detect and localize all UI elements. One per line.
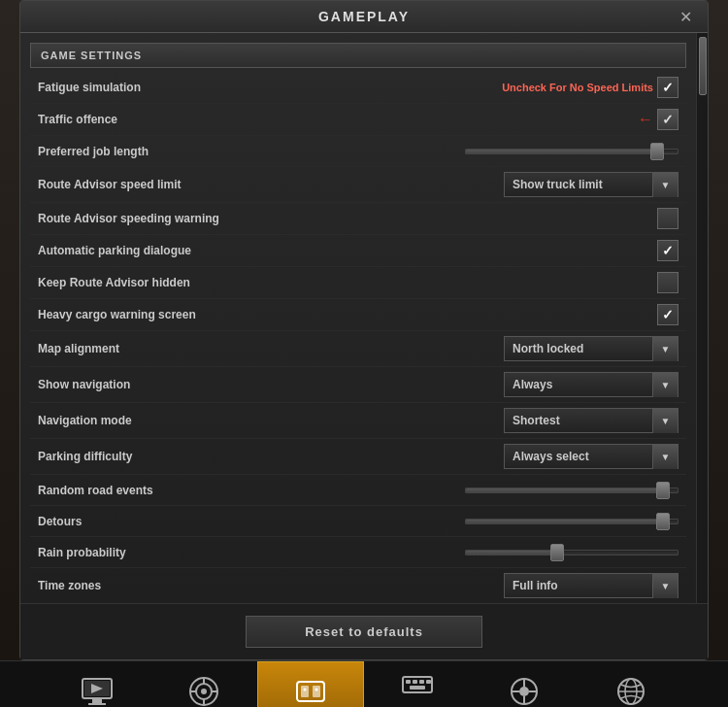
dropdown-parking-difficulty[interactable]: Always select ▼ [504, 444, 678, 469]
label-navigation-mode: Navigation mode [38, 414, 446, 427]
modal-footer: Reset to defaults [20, 603, 708, 659]
label-fatigue-simulation: Fatigue simulation [38, 81, 446, 94]
row-map-alignment: Map alignment North locked ▼ [30, 331, 686, 367]
row-time-zones: Time zones Full info ▼ [30, 568, 686, 603]
dropdown-arrow-icon-3: ▼ [652, 372, 678, 397]
bottom-navigation: Graphics Audio [0, 660, 728, 707]
control-traffic-offence: ← [446, 109, 678, 130]
control-detours [446, 512, 678, 531]
control-rain-probability [446, 543, 678, 562]
svg-point-24 [519, 687, 529, 696]
checkbox-heavy-cargo-warning-screen[interactable] [657, 304, 678, 325]
gameplay-modal: GAMEPLAY ✕ GAME SETTINGS Fatigue simulat… [19, 0, 709, 660]
nav-item-controls[interactable]: Controls [471, 661, 578, 708]
control-route-advisor-speeding-warning [446, 208, 678, 229]
svg-point-7 [201, 689, 207, 694]
control-navigation-mode: Shortest ▼ [446, 408, 678, 433]
dropdown-arrow-icon: ▼ [652, 172, 678, 197]
slider-rain-probability[interactable] [465, 543, 678, 562]
nav-icon-audio [185, 673, 222, 707]
row-show-navigation: Show navigation Always ▼ [30, 367, 686, 403]
close-button[interactable]: ✕ [674, 6, 698, 28]
control-parking-difficulty: Always select ▼ [446, 444, 678, 469]
label-heavy-cargo-warning-screen: Heavy cargo warning screen [38, 308, 446, 321]
nav-item-audio[interactable]: Audio [150, 661, 257, 708]
label-detours: Detours [38, 515, 446, 528]
label-keep-route-advisor-hidden: Keep Route Advisor hidden [38, 276, 446, 289]
control-keep-route-advisor-hidden [446, 272, 678, 293]
label-automatic-parking-dialogue: Automatic parking dialogue [38, 244, 446, 257]
checkbox-fatigue-simulation[interactable] [657, 77, 678, 98]
nav-icon-online [612, 673, 649, 707]
nav-item-keys-buttons[interactable]: Keys &Buttons [364, 661, 471, 708]
slider-detours[interactable] [465, 512, 678, 531]
label-rain-probability: Rain probability [38, 546, 446, 559]
row-preferred-job-length: Preferred job length [30, 136, 686, 167]
audio-icon [186, 674, 221, 707]
gameplay-icon [293, 674, 328, 707]
modal-title: GAMEPLAY [318, 9, 410, 24]
slider-fill-4 [466, 551, 561, 555]
row-heavy-cargo-warning-screen: Heavy cargo warning screen [30, 299, 686, 331]
slider-fill-2 [466, 488, 667, 492]
section-header: GAME SETTINGS [30, 43, 686, 68]
nav-item-gameplay[interactable]: Gameplay [257, 661, 364, 708]
checkbox-traffic-offence[interactable] [657, 109, 678, 130]
checkbox-keep-route-advisor-hidden[interactable] [657, 272, 678, 293]
dropdown-label-time-zones: Full info [505, 579, 652, 592]
svg-point-15 [304, 688, 307, 690]
slider-track-2 [465, 488, 678, 493]
svg-rect-19 [413, 680, 417, 684]
checkbox-automatic-parking-dialogue[interactable] [657, 240, 678, 261]
slider-thumb[interactable] [650, 143, 664, 160]
slider-thumb-3[interactable] [656, 513, 670, 530]
slider-preferred-job-length[interactable] [465, 142, 678, 161]
keys-icon [400, 667, 435, 702]
svg-rect-14 [313, 686, 320, 697]
dropdown-map-alignment[interactable]: North locked ▼ [504, 336, 678, 361]
control-automatic-parking-dialogue [446, 240, 678, 261]
slider-thumb-2[interactable] [656, 482, 670, 499]
row-route-advisor-speed-limit: Route Advisor speed limit Show truck lim… [30, 167, 686, 203]
checkbox-route-advisor-speeding-warning[interactable] [657, 208, 678, 229]
dropdown-route-advisor-speed-limit[interactable]: Show truck limit ▼ [504, 172, 678, 197]
annotation-container: Uncheck For No Speed Limits [502, 82, 653, 93]
dropdown-time-zones[interactable]: Full info ▼ [504, 573, 678, 598]
slider-track-4 [465, 550, 678, 556]
dropdown-label-map-alignment: North locked [505, 342, 652, 355]
scrollbar-track [696, 33, 708, 603]
nav-item-online[interactable]: Online [578, 661, 684, 708]
dropdown-arrow-icon-2: ▼ [652, 336, 678, 361]
slider-random-road-events[interactable] [465, 481, 678, 500]
row-rain-probability: Rain probability [30, 537, 686, 568]
svg-rect-20 [419, 680, 424, 684]
modal-background: GAMEPLAY ✕ GAME SETTINGS Fatigue simulat… [0, 0, 728, 660]
nav-icon-keys [399, 667, 436, 702]
row-detours: Detours [30, 506, 686, 537]
label-traffic-offence: Traffic offence [38, 113, 446, 126]
nav-item-graphics[interactable]: Graphics [44, 661, 150, 708]
dropdown-navigation-mode[interactable]: Shortest ▼ [504, 408, 678, 433]
annotation-text: Uncheck For No Speed Limits [502, 82, 653, 93]
nav-icon-graphics [79, 673, 116, 707]
svg-point-16 [315, 688, 318, 690]
label-show-navigation: Show navigation [38, 378, 446, 391]
svg-rect-22 [410, 686, 425, 690]
dropdown-show-navigation[interactable]: Always ▼ [504, 372, 678, 397]
reset-defaults-button[interactable]: Reset to defaults [246, 616, 482, 648]
row-automatic-parking-dialogue: Automatic parking dialogue [30, 235, 686, 267]
control-heavy-cargo-warning-screen [446, 304, 678, 325]
dropdown-arrow-icon-6: ▼ [652, 573, 678, 598]
scrollbar-thumb[interactable] [699, 37, 707, 95]
dropdown-arrow-icon-4: ▼ [652, 408, 678, 433]
dropdown-label-parking-difficulty: Always select [505, 450, 652, 463]
control-route-advisor-speed-limit: Show truck limit ▼ [446, 172, 678, 197]
row-traffic-offence: Traffic offence ← [30, 104, 686, 136]
slider-thumb-4[interactable] [550, 544, 564, 561]
svg-rect-21 [426, 680, 431, 684]
control-fatigue-simulation: Uncheck For No Speed Limits [446, 77, 678, 98]
dropdown-label-route-advisor-speed-limit: Show truck limit [505, 178, 652, 191]
svg-rect-1 [92, 698, 102, 703]
svg-rect-18 [406, 680, 411, 684]
control-random-road-events [446, 481, 678, 500]
